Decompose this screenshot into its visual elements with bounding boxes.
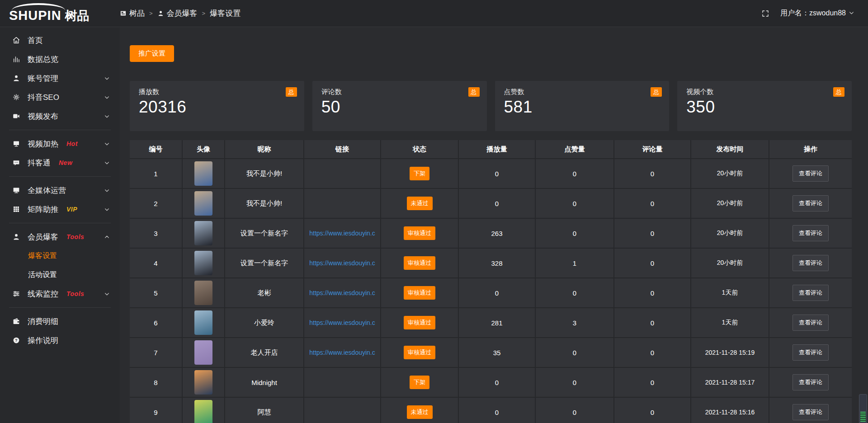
sidebar-item[interactable]: 消费明细	[0, 312, 120, 331]
sidebar-divider	[9, 223, 111, 223]
publish-time-cell: 1天前	[691, 308, 769, 337]
action-cell: 查看评论	[769, 368, 852, 397]
sidebar-item[interactable]: 线索监控Tools	[0, 284, 120, 303]
topbar-right: 用户名：zswodun88	[761, 9, 868, 18]
status-cell: 审核通过	[381, 308, 458, 337]
status-cell: 下架	[381, 368, 458, 397]
nickname-cell: 我不是小帅!	[225, 189, 303, 218]
breadcrumb-label: 树品	[129, 8, 145, 19]
comments-cell: 0	[614, 189, 690, 218]
sidebar-subitem[interactable]: 活动设置	[0, 265, 120, 284]
status-badge: 审核通过	[404, 286, 435, 300]
sidebar-divider	[9, 130, 111, 130]
view-comments-button[interactable]: 查看评论	[793, 315, 829, 331]
user-icon	[157, 10, 164, 17]
publish-time-cell: 2021-11-28 15:17	[691, 368, 769, 397]
sidebar-item[interactable]: 视频发布	[0, 107, 120, 126]
main-content: 推广设置 播放数20316总评论数50总点赞数581总视频个数350总 编号头像…	[120, 27, 868, 423]
stat-card: 播放数20316总	[130, 81, 304, 131]
sidebar-item[interactable]: 矩阵助推VIP	[0, 200, 120, 219]
sidebar-item-label: 抖客通	[28, 158, 51, 168]
screen-icon	[12, 139, 21, 148]
grid-icon	[12, 205, 21, 214]
sidebar-item[interactable]: 抖音SEO	[0, 88, 120, 107]
publish-time-cell: 20小时前	[691, 219, 769, 248]
stat-card-label: 播放数	[139, 88, 295, 96]
plays-cell: 0	[459, 368, 535, 397]
sidebar-item[interactable]: 会员爆客Tools	[0, 227, 120, 246]
likes-cell: 0	[536, 219, 613, 248]
nickname-cell: 阿慧	[225, 398, 303, 423]
sidebar-item[interactable]: 全媒体运营	[0, 181, 120, 200]
view-comments-button[interactable]: 查看评论	[793, 255, 829, 271]
link-cell: https://www.iesdouyin.c	[304, 219, 380, 248]
sidebar-item-label: 操作说明	[28, 335, 58, 346]
status-cell: 未通过	[381, 189, 458, 218]
video-link[interactable]: https://www.iesdouyin.c	[307, 259, 377, 267]
sidebar-subitem[interactable]: 爆客设置	[0, 246, 120, 265]
sidebar-divider	[9, 176, 111, 177]
stat-card-label: 点赞数	[504, 88, 660, 96]
fullscreen-icon[interactable]	[761, 9, 769, 18]
video-link[interactable]: https://www.iesdouyin.c	[307, 319, 377, 326]
sidebar-item[interactable]: 视频加热Hot	[0, 134, 120, 153]
sidebar-item-label: 数据总览	[28, 54, 58, 65]
sliders-icon	[12, 289, 21, 298]
avatar	[194, 161, 212, 186]
status-badge: 未通过	[407, 405, 433, 419]
view-comments-button[interactable]: 查看评论	[793, 285, 829, 301]
sidebar-item-label: 消费明细	[28, 316, 58, 327]
floating-widget[interactable]	[859, 394, 867, 423]
row-number-cell: 3	[130, 219, 182, 248]
table-header-cell: 头像	[183, 140, 224, 158]
video-link[interactable]: https://www.iesdouyin.c	[307, 230, 377, 237]
sidebar: 首页数据总览账号管理抖音SEO视频发布视频加热Hot抖客通New全媒体运营矩阵助…	[0, 27, 120, 423]
view-comments-button[interactable]: 查看评论	[793, 195, 829, 212]
sidebar-item[interactable]: 数据总览	[0, 50, 120, 69]
video-link[interactable]: https://www.iesdouyin.c	[307, 289, 377, 296]
floating-widget-stripes	[860, 412, 866, 422]
view-comments-button[interactable]: 查看评论	[793, 404, 829, 420]
video-icon	[12, 112, 21, 121]
link-cell	[304, 159, 380, 188]
promo-settings-button[interactable]: 推广设置	[130, 45, 174, 62]
video-link[interactable]: https://www.iesdouyin.c	[307, 349, 377, 356]
chevron-down-icon	[104, 160, 110, 166]
stat-card-label: 评论数	[321, 88, 478, 96]
breadcrumb-item-member[interactable]: 会员爆客	[157, 8, 198, 19]
sidebar-item[interactable]: 首页	[0, 31, 120, 50]
table-header-cell: 发布时间	[691, 140, 769, 158]
status-badge: 审核通过	[404, 316, 435, 329]
chart-icon	[12, 55, 21, 64]
monitor-icon	[12, 186, 21, 195]
avatar	[194, 340, 212, 365]
view-comments-button[interactable]: 查看评论	[793, 344, 829, 361]
likes-cell: 0	[536, 368, 613, 397]
table-header-cell: 昵称	[225, 140, 303, 158]
breadcrumb-item-home[interactable]: 树品	[120, 8, 145, 19]
sidebar-item[interactable]: 账号管理	[0, 69, 120, 88]
stat-card-total-badge: 总	[468, 87, 480, 97]
row-number-cell: 8	[130, 368, 182, 397]
sidebar-item[interactable]: ?操作说明	[0, 331, 120, 350]
avatar-cell	[183, 308, 224, 337]
action-cell: 查看评论	[769, 278, 852, 307]
user-menu[interactable]: 用户名：zswodun88	[780, 9, 854, 18]
action-cell: 查看评论	[769, 338, 852, 367]
status-cell: 审核通过	[381, 219, 458, 248]
publish-time-cell: 1天前	[691, 278, 769, 307]
breadcrumb-label: 会员爆客	[167, 8, 198, 19]
avatar	[194, 400, 212, 423]
view-comments-button[interactable]: 查看评论	[793, 165, 829, 182]
comments-cell: 0	[614, 219, 690, 248]
view-comments-button[interactable]: 查看评论	[793, 374, 829, 390]
view-comments-button[interactable]: 查看评论	[793, 225, 829, 241]
sidebar-item-label: 首页	[28, 35, 43, 46]
chevron-down-icon	[104, 291, 110, 297]
sidebar-item[interactable]: 抖客通New	[0, 153, 120, 172]
table-header-cell: 状态	[381, 140, 458, 158]
stat-card-value: 20316	[139, 98, 295, 117]
status-badge: 下架	[410, 376, 429, 389]
table-header-cell: 链接	[304, 140, 380, 158]
sidebar-item-badge: Hot	[66, 140, 78, 147]
